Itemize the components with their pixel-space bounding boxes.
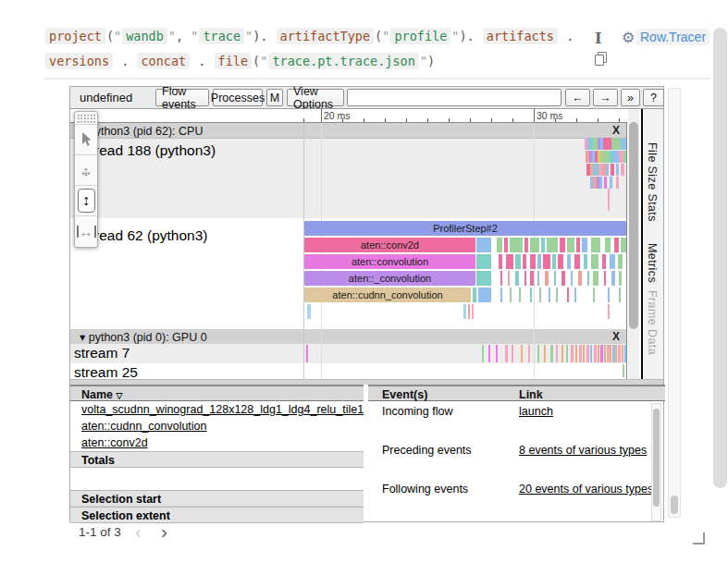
event-link[interactable]: launch (519, 405, 553, 418)
query-expression[interactable]: project("wandb", "trace"). artifactType(… (44, 24, 581, 74)
trace-slice[interactable] (521, 345, 523, 362)
pagination-prev-icon[interactable]: ‹ (135, 520, 142, 543)
trace-slice[interactable] (544, 345, 546, 362)
trace-slice[interactable] (605, 238, 611, 252)
kernel-name-link[interactable]: volta_scudnn_winograd_128x128_ldg1_ldg4_… (81, 403, 364, 416)
flow-events-button[interactable]: Flow events (155, 89, 209, 106)
trace-slice[interactable] (505, 345, 508, 362)
nav-right-button[interactable]: → (593, 89, 618, 106)
trace-slice[interactable] (584, 254, 587, 269)
trace-event-bar[interactable]: ProfilerStep#2 (304, 221, 626, 236)
trace-slice[interactable] (306, 345, 308, 362)
kernel-name-link[interactable]: aten::cudnn_convolution (81, 420, 207, 433)
trace-event-bar[interactable]: aten::convolution (304, 254, 475, 269)
stream-25-track[interactable] (70, 363, 627, 379)
trace-slice[interactable] (621, 164, 624, 176)
trace-slice[interactable] (530, 271, 534, 286)
trace-slice[interactable] (608, 304, 610, 319)
kernel-name-link[interactable]: aten::conv2d (81, 436, 148, 449)
tab-file-size-stats[interactable]: File Size Stats (646, 142, 659, 222)
trace-slice[interactable] (515, 254, 521, 269)
pagination-next-icon[interactable]: › (161, 520, 167, 543)
trace-slice[interactable] (622, 345, 623, 362)
trace-slice[interactable] (593, 288, 595, 302)
trace-slice[interactable] (463, 304, 466, 319)
trace-slice[interactable] (574, 288, 576, 302)
trace-slice[interactable] (571, 345, 574, 362)
panel-scrollbar[interactable] (668, 88, 681, 518)
trace-slice[interactable] (560, 238, 565, 252)
trace-slice[interactable] (615, 345, 617, 362)
trace-slice[interactable] (543, 254, 550, 269)
trace-slice[interactable] (510, 238, 523, 252)
trace-slice[interactable] (611, 164, 614, 176)
gear-icon[interactable]: ⚙ (622, 29, 635, 46)
trace-slice[interactable] (524, 271, 526, 286)
trace-slice[interactable] (600, 345, 603, 362)
trace-slice[interactable] (604, 271, 606, 286)
trace-slice[interactable] (499, 254, 502, 269)
trace-slice[interactable] (618, 345, 621, 362)
nav-left-button[interactable]: ← (565, 89, 590, 106)
trace-slice[interactable] (567, 288, 569, 302)
trace-slice[interactable] (530, 254, 536, 269)
trace-slice[interactable] (550, 345, 553, 362)
trace-slice[interactable] (508, 271, 510, 286)
trace-slice[interactable] (476, 238, 491, 252)
trace-slice[interactable] (506, 254, 513, 269)
trace-slice[interactable] (561, 345, 563, 362)
trace-slice[interactable] (590, 345, 592, 362)
palette-drag-handle[interactable] (77, 114, 95, 124)
trace-slice[interactable] (468, 304, 470, 319)
trace-slice[interactable] (583, 345, 585, 362)
trace-slice[interactable] (537, 254, 541, 269)
trace-slice[interactable] (610, 345, 611, 362)
event-link[interactable]: 20 events of various types (519, 483, 653, 496)
trace-slice[interactable] (614, 238, 619, 252)
trace-slice[interactable] (603, 138, 611, 150)
totals-row[interactable]: Totals (70, 451, 364, 468)
trace-slice[interactable] (571, 271, 573, 286)
trace-slice[interactable] (488, 345, 490, 362)
trace-slice[interactable] (624, 345, 626, 362)
trace-slice[interactable] (611, 271, 615, 286)
close-gpu-track-button[interactable]: X (612, 330, 620, 343)
trace-slice[interactable] (621, 138, 626, 150)
cpu-process-header[interactable]: ▾ python3 (pid 62): CPU X (70, 123, 627, 139)
trace-slice[interactable] (606, 164, 609, 176)
trace-slice[interactable] (512, 345, 513, 362)
trace-slice[interactable] (500, 271, 502, 286)
panel-type-selector[interactable]: Row.Tracer (636, 29, 709, 45)
trace-event-bar[interactable]: aten::cudnn_convolution (304, 288, 471, 302)
trace-slice[interactable] (556, 345, 558, 362)
trace-slice[interactable] (473, 288, 476, 302)
copy-icon[interactable] (595, 52, 606, 65)
trace-slice[interactable] (476, 254, 491, 269)
trace-slice[interactable] (574, 254, 580, 269)
trace-slice[interactable] (575, 345, 577, 362)
trace-slice[interactable] (558, 254, 563, 269)
events-scrollbar-thumb[interactable] (653, 409, 660, 507)
trace-slice[interactable] (530, 238, 539, 252)
trace-slice[interactable] (537, 271, 539, 286)
selection-tool[interactable] (75, 124, 97, 154)
trace-slice[interactable] (591, 254, 598, 269)
trace-slice[interactable] (500, 288, 502, 302)
trace-slice[interactable] (496, 345, 498, 362)
trace-slice[interactable] (587, 271, 589, 286)
trace-slice[interactable] (602, 151, 610, 163)
trace-slice[interactable] (476, 271, 491, 286)
trace-slice[interactable] (623, 364, 624, 377)
trace-slice[interactable] (618, 254, 623, 269)
trace-slice[interactable] (604, 345, 606, 362)
resize-grip-icon[interactable] (693, 532, 705, 545)
zoom-out-button[interactable]: » (621, 89, 640, 106)
trace-slice[interactable] (556, 288, 558, 302)
page-scrollbar[interactable] (713, 28, 727, 488)
trace-slice[interactable] (611, 138, 621, 150)
gpu-process-header[interactable]: ▾ python3 (pid 0): GPU 0 X (70, 329, 627, 345)
trace-slice[interactable] (616, 164, 619, 176)
trace-slice[interactable] (524, 238, 528, 252)
trace-slice[interactable] (528, 345, 530, 362)
trace-slice[interactable] (497, 238, 502, 252)
